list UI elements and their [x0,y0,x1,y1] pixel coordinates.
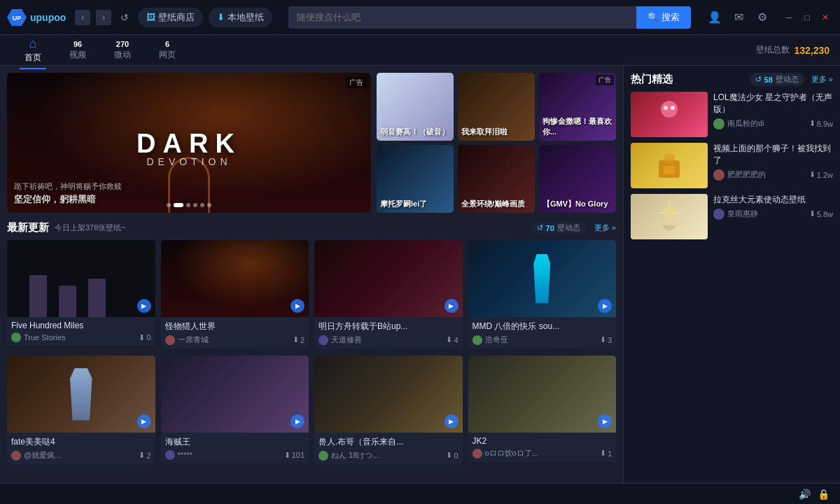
mmd-character [531,254,552,303]
card-fhm-author: True Stories [11,332,66,342]
card-mh-thumb: ▶ [161,240,309,317]
banner-title: DARK DEVOTION [136,129,241,167]
side-card-3-ad: 广告 [596,75,614,85]
card-beast-meta: ねん 18けつ... ⬇ 0 [318,450,458,461]
play-button-pirate[interactable]: ▶ [290,414,304,428]
hot-item-lux[interactable]: 拉克丝大元素使动态壁纸 皇雨惠静 ⬇ 5.8w [631,194,833,239]
badge-label: 壁动态 [557,223,580,233]
banner-side-row-1: 弱音赛高！（破音） 我来取拜泪啦 狗惨金撒嗯！最喜欢你... 广告 [377,73,616,141]
hot-lol-author: 南瓜粉的di [713,118,764,130]
settings-icon[interactable]: ⚙ [755,10,770,25]
author-avatar-mmd [472,335,482,345]
fhm-silhouette [7,240,155,317]
dot-5[interactable] [200,203,204,207]
hot-badge: ↺ 58 壁动态 [750,73,804,86]
author-avatar-pirate [165,450,175,460]
hot-lol-title: LOL魔法少女 星之守护者（无声版） [713,92,833,115]
card-monster-hunter[interactable]: ▶ 怪物猎人世界 一席青城 ⬇ 2 [161,240,309,349]
play-button-fhm[interactable]: ▶ [137,299,151,313]
side-card-1[interactable]: 弱音赛高！（破音） [377,73,454,141]
download-icon-mh: ⬇ [293,335,299,344]
refresh-button[interactable]: ↺ [117,10,132,25]
hot-title: 热门精选 [631,73,673,86]
download-icon-jk2: ⬇ [600,449,606,458]
side-card-3[interactable]: 狗惨金撒嗯！最喜欢你... 广告 [539,73,616,141]
dot-4[interactable] [193,203,197,207]
latest-more-button[interactable]: 更多 » [594,223,616,233]
card-beast[interactable]: ▶ 兽人.布哥（音乐来自... ねん 18けつ... ⬇ 0 [314,356,463,464]
play-button-mmd[interactable]: ▶ [598,299,612,313]
hot-thumb-lol [631,92,708,137]
hot-lux-author-name: 皇雨惠静 [727,209,758,219]
search-button-label: 搜索 [662,11,680,24]
card-jk2[interactable]: ▶ JK2 oロロ饮oロ了... ⬇ 1 [468,356,617,464]
maximize-button[interactable]: □ [799,10,815,25]
latest-title: 最新更新 [7,221,49,234]
author-name-jk2: oロロ饮oロ了... [485,448,538,458]
card-mmd-meta: 浩奇亚 ⬇ 3 [472,335,612,345]
tab-video[interactable]: 96 视频 [55,34,100,66]
play-button-beast[interactable]: ▶ [444,414,458,428]
card-fhm-thumb: ▶ [7,240,155,317]
user-icon[interactable]: 👤 [707,10,722,25]
card-five-hundred-miles[interactable]: ▶ Five Hundred Miles True Stories ⬇ 0 [7,240,155,349]
download-count-beast: 0 [454,451,458,460]
card-pirate-downloads: ⬇ 101 [284,451,304,460]
close-button[interactable]: ✕ [818,10,833,25]
search-input[interactable] [288,12,636,22]
card-fate[interactable]: ▶ fate美美哒4 @就爱疯... ⬇ 2 [7,356,155,464]
author-name-fate: @就爱疯... [24,450,61,461]
side-card-5-label: 全景环绕/巅峰画质 [461,199,525,209]
side-card-6[interactable]: 【GMV】No Glory [539,145,616,213]
card-pirate[interactable]: ▶ 海贼王 ***** ⬇ 101 [161,356,309,464]
play-button-fate[interactable]: ▶ [137,414,151,428]
play-button-mh[interactable]: ▶ [290,299,304,313]
card-pirate-info: 海贼王 ***** ⬇ 101 [161,433,309,463]
play-button-ark[interactable]: ▶ [444,299,458,313]
local-wallpaper-tab[interactable]: ⬇ 本地壁纸 [209,8,272,27]
hot-item-lion[interactable]: 视频上面的那个狮子！被我找到了 肥肥肥肥的 ⬇ 1.2w [631,143,833,188]
main-area: DARK DEVOTION 跪下祈祷吧，神明将赐予你救赎 坚定信仰，躬耕黑暗 广… [0,66,840,504]
search-button[interactable]: 🔍 搜索 [636,6,691,29]
mail-icon[interactable]: ✉ [731,10,746,25]
author-avatar-fate [11,451,21,461]
play-button-jk2[interactable]: ▶ [598,414,612,428]
micro-count: 270 [116,40,129,48]
tab-web-label: 网页 [159,49,176,61]
logo-text: upupoo [30,12,66,23]
volume-icon[interactable]: 🔊 [799,489,811,500]
tab-home[interactable]: ⌂ 首页 [10,31,55,69]
dot-3[interactable] [186,203,190,207]
tab-home-label: 首页 [24,52,41,64]
dot-6[interactable] [207,203,211,207]
lock-icon[interactable]: 🔒 [818,489,830,500]
hot-more-button[interactable]: 更多 » [811,74,833,85]
card-mmd[interactable]: ▶ MMD 八倍的快乐 sou... 浩奇亚 ⬇ 3 [468,240,617,349]
download-icon-lol: ⬇ [809,119,816,128]
back-button[interactable]: ‹ [75,10,90,25]
tab-web[interactable]: 6 网页 [145,34,190,66]
side-card-5[interactable]: 全景环绕/巅峰画质 [458,145,535,213]
download-icon-lion: ⬇ [809,170,816,179]
banner-area: DARK DEVOTION 跪下祈祷吧，神明将赐予你救赎 坚定信仰，躬耕黑暗 广… [7,73,616,213]
wallpaper-store-tab[interactable]: 🖼 壁纸商店 [138,8,203,27]
side-card-4[interactable]: 摩托罗嗣lei了 [377,145,454,213]
tab-micro[interactable]: 270 微动 [100,34,145,66]
side-card-2[interactable]: 我来取拜泪啦 [458,73,535,141]
wallpaper-store-label: 壁纸商店 [158,11,195,24]
card-beast-thumb: ▶ [314,356,463,433]
card-mh-meta: 一席青城 ⬇ 2 [165,335,305,345]
hot-item-lol[interactable]: LOL魔法少女 星之守护者（无声版） 南瓜粉的di ⬇ 8.9w [631,92,833,137]
dot-2[interactable] [174,203,183,207]
fate-character [69,368,93,421]
latest-sub: 今日上架378张壁纸~ [55,223,126,233]
main-banner[interactable]: DARK DEVOTION 跪下祈祷吧，神明将赐予你救赎 坚定信仰，躬耕黑暗 广… [7,73,371,213]
card-fate-downloads: ⬇ 2 [139,451,150,460]
author-name-pirate: ***** [178,451,192,459]
card-arknights[interactable]: ▶ 明日方舟转载于B站up... 天道修善 ⬇ 4 [314,240,463,349]
forward-button[interactable]: › [96,10,111,25]
download-icon-mmd: ⬇ [600,335,606,344]
lol-visual [648,95,690,134]
dot-1[interactable] [167,203,171,207]
minimize-button[interactable]: ─ [781,10,797,25]
